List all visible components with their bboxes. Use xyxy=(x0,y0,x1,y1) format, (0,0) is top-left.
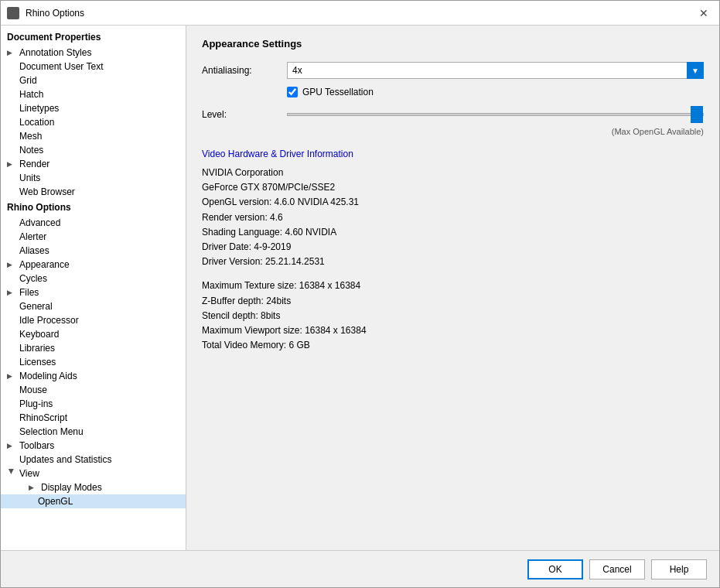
gpu-tessellation-label[interactable]: GPU Tessellation xyxy=(302,87,374,97)
sidebar-item-view[interactable]: ▶View xyxy=(1,467,186,480)
cap-line-1: Z-Buffer depth: 24bits xyxy=(202,294,704,309)
sidebar-item-opengl[interactable]: OpenGL xyxy=(1,494,186,508)
cap-line-3: Maximum Viewport size: 16384 x 16384 xyxy=(202,323,704,338)
sidebar-item-advanced[interactable]: Advanced xyxy=(1,216,186,230)
cap-line-0: Maximum Texture size: 16384 x 16384 xyxy=(202,279,704,293)
sidebar-item-web-browser[interactable]: Web Browser xyxy=(1,185,186,199)
info-line-6: Driver Version: 25.21.14.2531 xyxy=(202,255,704,269)
info-line-0: NVIDIA Corporation xyxy=(202,166,704,180)
sidebar-item-display-modes[interactable]: ▶Display Modes xyxy=(1,480,186,494)
sidebar-item-linetypes[interactable]: Linetypes xyxy=(1,101,186,115)
sidebar-item-plug-ins[interactable]: Plug-ins xyxy=(1,397,186,411)
sidebar-section-document-properties: Document Properties xyxy=(1,29,186,46)
antialiasing-control: 4x None 2x 8x ▼ xyxy=(287,62,704,79)
sidebar-item-document-user-text[interactable]: Document User Text xyxy=(1,60,186,74)
slider-thumb[interactable] xyxy=(691,106,703,123)
sidebar-item-licenses[interactable]: Licenses xyxy=(1,355,186,369)
info-line-5: Driver Date: 4-9-2019 xyxy=(202,240,704,255)
sidebar-item-files[interactable]: ▶Files xyxy=(1,285,186,299)
main-panel: Appearance Settings Antialiasing: 4x Non… xyxy=(186,26,719,550)
sidebar-item-rhinoscript[interactable]: RhinoScript xyxy=(1,411,186,425)
sidebar-item-units[interactable]: Units xyxy=(1,171,186,185)
sidebar-item-render[interactable]: ▶Render xyxy=(1,157,186,171)
window-title: Rhino Options xyxy=(26,8,84,19)
sidebar-item-selection-menu[interactable]: Selection Menu xyxy=(1,425,186,439)
sidebar-item-mouse[interactable]: Mouse xyxy=(1,383,186,397)
arrow-icon: ▶ xyxy=(7,160,16,168)
arrow-icon: ▶ xyxy=(7,372,16,380)
content-area: Document Properties ▶Annotation Styles D… xyxy=(1,26,719,550)
sidebar-item-toolbars[interactable]: ▶Toolbars xyxy=(1,439,186,453)
info-section-title: Video Hardware & Driver Information xyxy=(202,149,704,159)
arrow-icon: ▶ xyxy=(7,289,16,296)
arrow-open-icon: ▶ xyxy=(8,469,15,478)
sidebar-item-updates-and-statistics[interactable]: Updates and Statistics xyxy=(1,453,186,467)
info-line-2: OpenGL version: 4.6.0 NVIDIA 425.31 xyxy=(202,195,704,210)
help-button[interactable]: Help xyxy=(651,559,707,579)
info-line-1: GeForce GTX 870M/PCIe/SSE2 xyxy=(202,180,704,195)
sidebar-item-appearance[interactable]: ▶Appearance xyxy=(1,258,186,272)
close-button[interactable]: ✕ xyxy=(694,4,713,22)
titlebar: Rhino Options ✕ xyxy=(1,1,719,26)
sidebar-item-libraries[interactable]: Libraries xyxy=(1,341,186,355)
slider-track xyxy=(287,113,704,116)
panel-title: Appearance Settings xyxy=(202,38,704,50)
capability-info-block: Maximum Texture size: 16384 x 16384 Z-Bu… xyxy=(202,279,704,353)
sidebar-item-hatch[interactable]: Hatch xyxy=(1,87,186,101)
sidebar-item-notes[interactable]: Notes xyxy=(1,143,186,157)
footer: OK Cancel Help xyxy=(1,550,719,587)
sidebar-item-annotation-styles[interactable]: ▶Annotation Styles xyxy=(1,46,186,60)
info-line-4: Shading Language: 4.60 NVIDIA xyxy=(202,225,704,240)
level-slider-container xyxy=(287,105,704,124)
slider-note: (Max OpenGL Available) xyxy=(287,127,704,136)
sidebar-item-alerter[interactable]: Alerter xyxy=(1,230,186,244)
gpu-tessellation-row: GPU Tessellation xyxy=(287,87,704,97)
antialiasing-row: Antialiasing: 4x None 2x 8x ▼ xyxy=(202,62,704,79)
antialiasing-label: Antialiasing: xyxy=(202,65,287,76)
sidebar: Document Properties ▶Annotation Styles D… xyxy=(1,26,186,550)
arrow-icon: ▶ xyxy=(7,261,16,268)
sidebar-item-mesh[interactable]: Mesh xyxy=(1,129,186,143)
gpu-tessellation-checkbox[interactable] xyxy=(287,87,298,97)
antialiasing-select[interactable]: 4x None 2x 8x xyxy=(287,62,704,79)
sidebar-section-rhino-options: Rhino Options xyxy=(1,199,186,216)
sidebar-item-general[interactable]: General xyxy=(1,299,186,313)
sidebar-item-aliases[interactable]: Aliases xyxy=(1,244,186,258)
sidebar-item-idle-processor[interactable]: Idle Processor xyxy=(1,313,186,327)
level-label: Level: xyxy=(202,109,287,120)
rhino-options-window: Rhino Options ✕ Document Properties ▶Ann… xyxy=(0,0,720,588)
info-line-3: Render version: 4.6 xyxy=(202,210,704,225)
level-row: Level: xyxy=(202,105,704,124)
app-icon xyxy=(7,7,19,19)
info-section: Video Hardware & Driver Information NVID… xyxy=(202,149,704,353)
cap-line-4: Total Video Memory: 6 GB xyxy=(202,338,704,353)
arrow-icon: ▶ xyxy=(29,484,38,491)
sidebar-item-cycles[interactable]: Cycles xyxy=(1,272,186,285)
ok-button[interactable]: OK xyxy=(527,559,583,579)
hardware-info-block: NVIDIA Corporation GeForce GTX 870M/PCIe… xyxy=(202,166,704,269)
sidebar-item-modeling-aids[interactable]: ▶Modeling Aids xyxy=(1,369,186,383)
sidebar-item-keyboard[interactable]: Keyboard xyxy=(1,327,186,341)
cap-line-2: Stencil depth: 8bits xyxy=(202,309,704,323)
cancel-button[interactable]: Cancel xyxy=(589,559,645,579)
sidebar-item-grid[interactable]: Grid xyxy=(1,74,186,87)
arrow-icon: ▶ xyxy=(7,442,16,450)
arrow-icon: ▶ xyxy=(7,49,16,56)
sidebar-item-location[interactable]: Location xyxy=(1,115,186,129)
